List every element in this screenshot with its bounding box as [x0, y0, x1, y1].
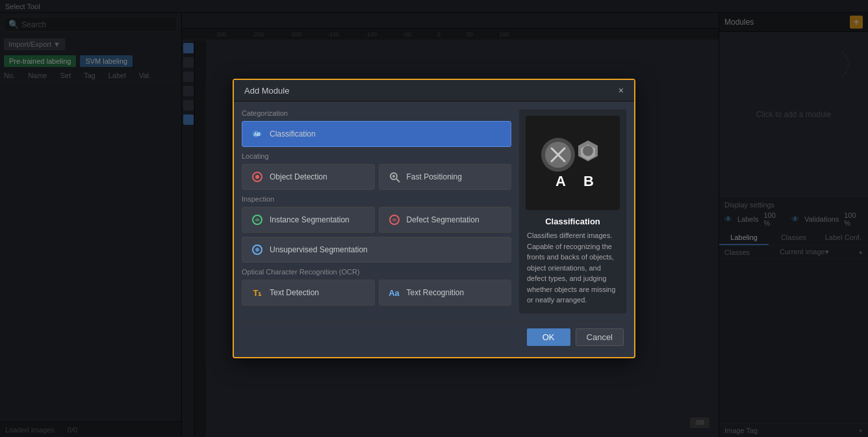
modal-footer: OK Cancel	[234, 321, 634, 352]
preview-description: Classifies different images. Capable of …	[519, 230, 626, 313]
inspection-grid-1: Instance Segmentation Defect Segmentatio…	[242, 207, 511, 233]
categorization-grid: AB Classification	[242, 121, 511, 147]
object-detection-label: Object Detection	[270, 172, 327, 181]
modal-header: Add Module ×	[234, 80, 634, 101]
unsupervised-segmentation-label: Unsupervised Segmentation	[270, 245, 368, 254]
svg-text:B: B	[583, 173, 594, 189]
locating-grid: Object Detection Fast Positioning	[242, 164, 511, 190]
modal-close-button[interactable]: ×	[619, 85, 624, 96]
cancel-button[interactable]: Cancel	[576, 328, 624, 346]
ok-button[interactable]: OK	[527, 328, 570, 346]
modal-backdrop: Add Module × Categorization AB	[0, 0, 868, 437]
inspection-grid-2: Unsupervised Segmentation	[242, 237, 511, 263]
svg-text:A: A	[555, 173, 566, 189]
text-detection-label: Text Detection	[270, 288, 319, 297]
svg-line-6	[396, 179, 400, 182]
module-unsupervised-segmentation[interactable]: Unsupervised Segmentation	[242, 237, 511, 263]
svg-text:AB: AB	[254, 132, 261, 137]
module-object-detection[interactable]: Object Detection	[242, 164, 375, 190]
text-recognition-label: Text Recognition	[407, 288, 465, 297]
unsup-seg-icon	[250, 243, 264, 257]
text-detection-icon: T₁	[250, 285, 264, 300]
module-classification[interactable]: AB Classification	[242, 121, 511, 147]
module-list: Categorization AB Classification	[242, 109, 511, 313]
module-text-detection[interactable]: T₁ Text Detection	[242, 280, 375, 306]
module-fast-positioning[interactable]: Fast Positioning	[379, 164, 512, 190]
defect-seg-icon	[387, 213, 402, 227]
classification-preview-svg: A B	[531, 121, 615, 205]
preview-image: A B	[526, 116, 620, 210]
section-categorization: Categorization	[242, 109, 511, 117]
classification-icon: AB	[250, 127, 264, 141]
add-module-dialog: Add Module × Categorization AB	[233, 79, 635, 358]
defect-segmentation-label: Defect Segmentation	[407, 215, 479, 224]
svg-point-7	[392, 175, 395, 178]
section-inspection: Inspection	[242, 195, 511, 203]
preview-title: Classification	[545, 217, 600, 226]
text-recognition-icon: Aa	[387, 285, 402, 300]
module-defect-segmentation[interactable]: Defect Segmentation	[379, 207, 512, 233]
preview-panel: A B Classification Classifies different …	[519, 109, 626, 313]
instance-segmentation-label: Instance Segmentation	[270, 215, 350, 224]
modal-body: Categorization AB Classification	[234, 101, 634, 321]
fast-positioning-label: Fast Positioning	[407, 172, 462, 181]
ocr-grid: T₁ Text Detection Aa Text Recognition	[242, 280, 511, 306]
object-detection-icon	[250, 170, 264, 184]
modal-title: Add Module	[244, 86, 289, 96]
svg-point-4	[255, 175, 259, 179]
fast-positioning-icon	[387, 170, 402, 184]
module-instance-segmentation[interactable]: Instance Segmentation	[242, 207, 375, 233]
instance-seg-icon	[250, 213, 264, 227]
section-locating: Locating	[242, 152, 511, 160]
module-text-recognition[interactable]: Aa Text Recognition	[379, 280, 512, 306]
svg-point-19	[583, 146, 593, 156]
svg-point-11	[255, 248, 259, 252]
section-ocr: Optical Character Recognition (OCR)	[242, 268, 511, 276]
classification-label: Classification	[270, 129, 316, 139]
